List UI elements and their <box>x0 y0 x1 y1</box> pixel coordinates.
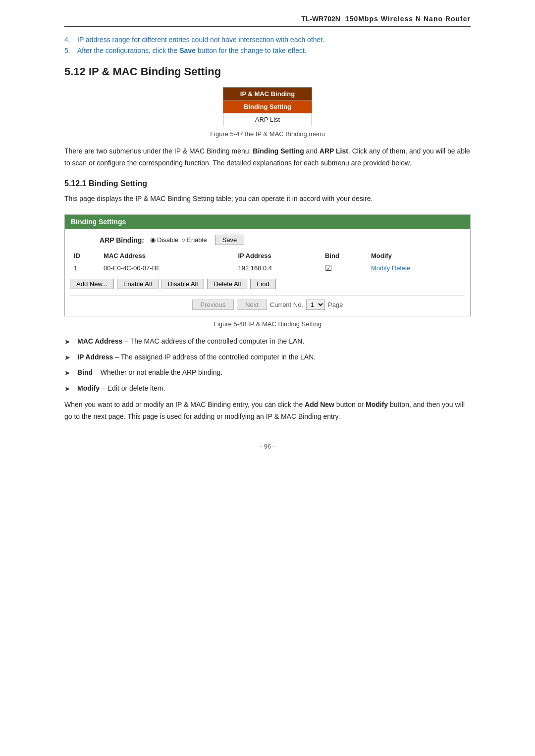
binding-settings-header: Binding Settings <box>65 215 470 229</box>
table-header-row: ID MAC Address IP Address Bind Modify <box>70 250 465 261</box>
menu-item-binding-setting[interactable]: Binding Setting <box>223 101 312 113</box>
note-text-4: IP address range for different entries c… <box>77 36 324 44</box>
binding-settings-wrapper: Binding Settings ARP Binding: ◉ Disable … <box>64 214 471 316</box>
col-mac: MAC Address <box>100 250 234 261</box>
data-table: ID MAC Address IP Address Bind Modify 1 … <box>70 250 465 275</box>
col-id: ID <box>70 250 100 261</box>
save-button[interactable]: Save <box>215 235 245 245</box>
pagination-row: Previous Next Current No. 1 Page <box>70 295 465 312</box>
previous-button[interactable]: Previous <box>192 300 234 310</box>
menu-box: IP & MAC Binding Binding Setting ARP Lis… <box>223 87 312 126</box>
fig48-caption: Figure 5-48 IP & MAC Binding Setting <box>64 320 471 328</box>
col-modify: Modify <box>367 250 465 261</box>
bullet-list: ➤ MAC Address – The MAC address of the c… <box>64 336 471 394</box>
section-title: 5.12 IP & MAC Binding Setting <box>64 65 471 78</box>
col-ip: IP Address <box>234 250 321 261</box>
note-num-4: 4. <box>64 36 74 44</box>
modify-link[interactable]: Modify <box>371 264 390 272</box>
cell-id: 1 <box>70 261 100 275</box>
bullet-text-modify: Modify – Edit or delete item. <box>77 383 165 394</box>
page-number: - 96 - <box>64 443 471 450</box>
add-new-button[interactable]: Add New... <box>70 279 114 289</box>
subsection-desc: This page displays the IP & MAC Binding … <box>64 193 471 205</box>
bullet-item-modify: ➤ Modify – Edit or delete item. <box>64 383 471 394</box>
radio-enable[interactable]: ○ Enable <box>181 236 207 244</box>
note-text-5: After the configurations, click the Save… <box>77 47 307 54</box>
enable-all-button[interactable]: Enable All <box>117 279 159 289</box>
next-button[interactable]: Next <box>237 300 267 310</box>
note-item-4: 4. IP address range for different entrie… <box>64 36 471 44</box>
radio-disable[interactable]: ◉ Disable <box>150 236 178 244</box>
col-bind: Bind <box>321 250 367 261</box>
find-button[interactable]: Find <box>250 279 275 289</box>
radio-enable-icon: ○ <box>181 236 185 244</box>
radio-disable-icon: ◉ <box>150 236 156 244</box>
fig47-caption: Figure 5-47 the IP & MAC Binding menu <box>64 130 471 138</box>
note-num-5: 5. <box>64 47 74 54</box>
delete-link[interactable]: Delete <box>392 264 411 272</box>
page-label: Page <box>328 301 343 308</box>
header-bar: TL-WR702N 150Mbps Wireless N Nano Router <box>64 15 471 27</box>
delete-all-button[interactable]: Delete All <box>207 279 247 289</box>
action-row: Add New... Enable All Disable All Delete… <box>70 279 465 289</box>
bullet-text-mac: MAC Address – The MAC address of the con… <box>77 336 304 347</box>
bullet-arrow-mac: ➤ <box>64 336 73 347</box>
bottom-desc: When you want to add or modify an IP & M… <box>64 399 471 423</box>
arp-binding-row: ARP Binding: ◉ Disable ○ Enable Save <box>70 235 465 245</box>
header-title: 150Mbps Wireless N Nano Router <box>345 15 471 23</box>
binding-table-inner: ARP Binding: ◉ Disable ○ Enable Save <box>65 229 470 316</box>
bullet-text-ip: IP Address – The assigned IP address of … <box>77 352 316 362</box>
notes-list: 4. IP address range for different entrie… <box>64 36 471 54</box>
note-item-5: 5. After the configurations, click the S… <box>64 47 471 54</box>
cell-bind[interactable]: ☑ <box>321 261 367 275</box>
menu-item-ip-mac-binding[interactable]: IP & MAC Binding <box>223 88 312 101</box>
bullet-arrow-bind: ➤ <box>64 367 73 378</box>
header-model: TL-WR702N <box>301 15 340 23</box>
subsection-title: 5.12.1 Binding Setting <box>64 179 471 188</box>
bullet-item-mac: ➤ MAC Address – The MAC address of the c… <box>64 336 471 347</box>
current-no-select[interactable]: 1 <box>306 300 325 310</box>
cell-modify-delete: Modify Delete <box>367 261 465 275</box>
current-no-label: Current No. <box>270 301 303 308</box>
radio-group: ◉ Disable ○ Enable <box>150 236 207 244</box>
radio-disable-label: Disable <box>157 236 178 244</box>
menu-item-arp-list[interactable]: ARP List <box>223 113 312 126</box>
bullet-item-ip: ➤ IP Address – The assigned IP address o… <box>64 352 471 363</box>
disable-all-button[interactable]: Disable All <box>161 279 205 289</box>
table-row: 1 00-E0-4C-00-07-BE 192.168.0.4 ☑ Modify… <box>70 261 465 275</box>
section-desc: There are two submenus under the IP & MA… <box>64 146 471 169</box>
radio-enable-label: Enable <box>187 236 207 244</box>
arp-binding-label: ARP Binding: <box>100 236 144 244</box>
bullet-item-bind: ➤ Bind – Whether or not enable the ARP b… <box>64 367 471 378</box>
cell-ip: 192.168.0.4 <box>234 261 321 275</box>
bullet-arrow-ip: ➤ <box>64 352 73 363</box>
bullet-text-bind: Bind – Whether or not enable the ARP bin… <box>77 367 222 378</box>
cell-mac: 00-E0-4C-00-07-BE <box>100 261 234 275</box>
bullet-arrow-modify: ➤ <box>64 383 73 394</box>
